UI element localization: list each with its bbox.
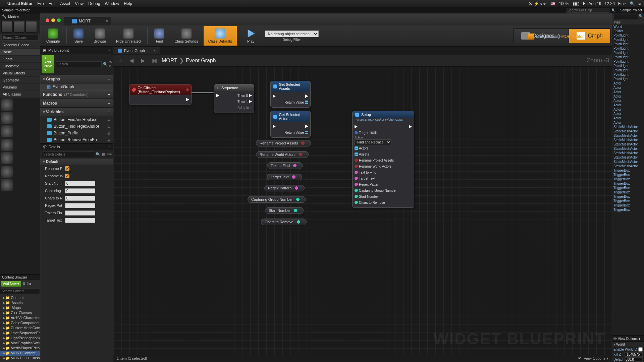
chars-to-remove-input[interactable] [65, 196, 95, 201]
matrix-icon[interactable]: ▦ [102, 152, 105, 157]
place-mode-icon[interactable] [1, 21, 13, 33]
shape-item[interactable] [0, 125, 40, 138]
nav-back-icon[interactable]: ◀ [127, 57, 136, 65]
node-setup[interactable]: Setup Target is MORTEditor Widget Class … [352, 111, 414, 208]
rwa-pin[interactable] [355, 165, 358, 168]
cb-search-folders[interactable] [0, 288, 40, 294]
outliner-row[interactable]: StaticMeshActor [612, 160, 644, 164]
cb-add-new-button[interactable]: Add New ▾ [1, 281, 21, 287]
capturing-input[interactable] [65, 188, 95, 193]
pill-rpa[interactable]: Rename Project Assets [256, 140, 311, 146]
enable-world-compos-checkbox[interactable] [638, 347, 643, 352]
search-icon[interactable]: 🔍 [103, 62, 108, 66]
actors-pin[interactable] [355, 146, 358, 150]
tree-item[interactable]: ▸📁MediaPlayerEditor C++ Classes [0, 346, 40, 351]
pill-ttf[interactable]: Text to Find [267, 162, 303, 169]
landscape-mode-icon[interactable] [25, 21, 37, 33]
minimize-window-icon[interactable] [51, 18, 55, 22]
shape-item[interactable] [0, 111, 40, 125]
kill-z-input[interactable] [625, 352, 643, 357]
outliner-row[interactable]: TriggerBox [612, 173, 644, 177]
shape-item[interactable] [0, 152, 40, 165]
var-item[interactable]: Button_Prefix◒ [40, 130, 113, 136]
outliner-row[interactable]: TriggerBox [612, 181, 644, 186]
outliner-row[interactable]: Actor [612, 85, 644, 90]
exec-in-pin[interactable] [273, 125, 276, 128]
outliner-row[interactable]: PointLight [612, 77, 644, 81]
exec-out-pin[interactable] [305, 95, 308, 98]
pill-tt[interactable]: Target Text [267, 174, 302, 180]
text-to-find-input[interactable] [65, 210, 95, 216]
cgn-pin[interactable] [355, 189, 358, 192]
favorite-icon[interactable]: ☆ [116, 57, 124, 65]
eye-icon[interactable]: 👁 [613, 337, 617, 341]
exec-in-pin[interactable] [216, 94, 219, 97]
outliner-row[interactable]: TriggerBox [612, 199, 644, 203]
outliner-row[interactable]: StaticMeshActor [612, 125, 644, 129]
find-button[interactable]: Find [150, 26, 169, 46]
outliner-row[interactable]: Actor [612, 90, 644, 94]
sn-pin[interactable] [355, 195, 358, 198]
outliner-row[interactable]: PointLight [612, 64, 644, 68]
section-default[interactable]: Default [40, 159, 113, 165]
compile-button[interactable]: Compile [42, 26, 64, 46]
cat-recently-placed[interactable]: Recently Placed [0, 42, 40, 49]
visibility-icon[interactable]: ◒ [107, 118, 110, 122]
nav-forward-icon[interactable]: ▶ [139, 57, 147, 65]
node-get-selected-assets[interactable]: Get Selected Assets Return Value [270, 81, 311, 108]
rename-project-checkbox[interactable] [65, 166, 69, 171]
node-on-clicked[interactable]: On Clicked (Button_FindAndReplace) [129, 84, 192, 105]
paint-mode-icon[interactable] [13, 21, 25, 33]
target-pin[interactable] [355, 131, 358, 134]
outliner-row[interactable]: Actor [612, 94, 644, 99]
section-variables[interactable]: Variables+ [40, 108, 113, 116]
search-classes-input[interactable] [1, 35, 39, 41]
tree-item[interactable]: ▸📁LevelSequenceEd [0, 330, 40, 336]
section-graphs[interactable]: Graphs+ [40, 75, 113, 83]
outliner-row[interactable]: TriggerBox [612, 207, 644, 212]
parent-class-link[interactable]: MORTEditor Widget Class [561, 34, 608, 39]
maximize-window-icon[interactable] [57, 18, 61, 22]
search-icon[interactable]: 🔍 [96, 152, 100, 157]
pill-cgn[interactable]: Capturing Group Number [248, 196, 306, 203]
close-panel-icon[interactable]: × [108, 48, 110, 52]
level-map-name[interactable]: SampleProjectMap [2, 8, 30, 12]
exec-in-pin[interactable] [355, 125, 358, 128]
close-tab-icon[interactable]: × [106, 19, 108, 23]
outliner-row[interactable]: PointLight [612, 46, 644, 51]
grid-icon[interactable]: ▦ [150, 57, 158, 65]
exec-out-pin[interactable] [409, 125, 412, 128]
cat-cinematic[interactable]: Cinematic [0, 63, 40, 70]
assets-pin[interactable] [355, 153, 358, 156]
close-window-icon[interactable] [46, 18, 49, 22]
tree-item[interactable]: ▸📁 Maps [0, 305, 40, 310]
outliner-row[interactable]: StaticMeshActor [612, 138, 644, 142]
menubar-user[interactable]: Finik [618, 1, 627, 6]
tree-item[interactable]: ▸📁MORT Content [0, 351, 40, 356]
cat-geometry[interactable]: Geometry [0, 77, 40, 84]
action-select[interactable]: Find and Replace [355, 139, 391, 145]
add-macro-icon[interactable]: + [108, 101, 110, 106]
outliner-row[interactable]: PointLight [612, 38, 644, 42]
menu-view[interactable]: View [75, 1, 84, 6]
outliner-row[interactable]: Actor [612, 99, 644, 103]
bp-tab-mort[interactable]: MORT × [64, 17, 111, 25]
help-search[interactable] [566, 8, 609, 13]
class-defaults-button[interactable]: Class Defaults [204, 26, 237, 46]
outliner-row[interactable]: TriggerBox [612, 177, 644, 181]
play-button[interactable]: Play [241, 26, 261, 46]
close-tab-icon[interactable]: × [154, 49, 156, 53]
outliner-row[interactable]: StaticMeshActor [612, 155, 644, 160]
exec-in-pin[interactable] [273, 95, 276, 98]
find-results-icon[interactable] [528, 34, 534, 40]
tree-item[interactable]: ▸📁ArchVisCharacter [0, 315, 40, 320]
ttf-pin[interactable] [355, 171, 358, 174]
node-sequence[interactable]: ⎍Sequence Then 0 Then 1 Add pin + [214, 84, 254, 113]
tree-item[interactable]: ▸📁CustomMeshComp [0, 325, 40, 330]
view-options-button[interactable]: View Options ▾ [584, 356, 608, 361]
outliner-row[interactable]: PointLight [612, 33, 644, 38]
menu-asset[interactable]: Asset [60, 1, 70, 6]
exec-out-pin[interactable] [305, 125, 308, 128]
return-value-pin[interactable] [305, 131, 308, 134]
help-search-icon[interactable]: 🔍 [611, 8, 615, 12]
